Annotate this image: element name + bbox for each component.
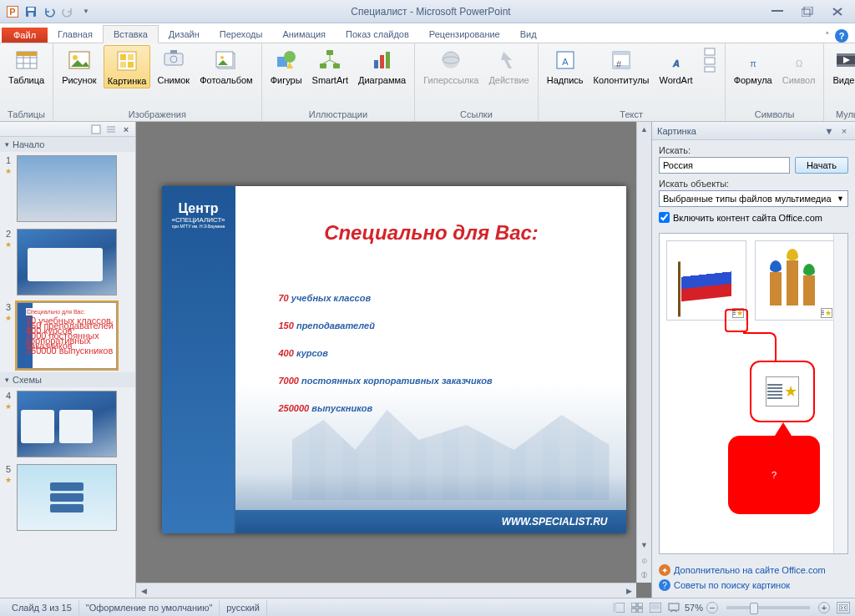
minimize-button[interactable] [768, 5, 787, 18]
section-header-2[interactable]: Схемы [0, 372, 135, 387]
include-office-checkbox[interactable] [659, 212, 670, 223]
zoom-in-button[interactable]: + [818, 602, 830, 613]
svg-rect-38 [613, 52, 630, 55]
svg-rect-63 [839, 604, 847, 611]
outline-tab-icon[interactable] [105, 124, 117, 135]
chart-button[interactable]: Диаграмма [355, 45, 409, 87]
slide-thumb-5[interactable]: 5★ [0, 461, 135, 534]
group-media: Мультимедиа [836, 109, 855, 121]
slide-thumb-2[interactable]: 2★ [0, 225, 135, 299]
status-language[interactable]: русский [220, 600, 266, 615]
tab-transitions[interactable]: Переходы [210, 26, 273, 43]
slide-canvas[interactable]: Центр «СПЕЦИАЛИСТ» при МГТУ им. Н.Э.Баум… [162, 186, 626, 533]
types-label: Искать объекты: [659, 179, 848, 189]
view-normal-icon[interactable] [611, 601, 626, 614]
svg-rect-31 [380, 55, 384, 68]
clipart-result-kremlin[interactable]: ★ [755, 240, 835, 321]
tab-animations[interactable]: Анимация [272, 26, 336, 43]
results-scrollbar[interactable] [833, 234, 847, 553]
svg-rect-61 [651, 604, 660, 609]
view-sorter-icon[interactable] [630, 601, 645, 614]
search-label: Искать: [659, 145, 848, 155]
anim-star-icon: ★ [5, 476, 12, 484]
svg-rect-4 [802, 9, 810, 17]
scroll-right-icon[interactable]: ▶ [621, 583, 636, 598]
smartart-button[interactable]: SmartArt [309, 45, 352, 87]
save-icon[interactable] [23, 4, 38, 19]
scroll-down-icon[interactable]: ▼ [637, 538, 651, 553]
screenshot-button[interactable]: Снимок [154, 45, 193, 87]
vertical-scrollbar[interactable]: ▲ ▼ ⦶ ⦷ [636, 122, 651, 583]
scroll-left-icon[interactable]: ◀ [136, 583, 151, 598]
section-header-1[interactable]: Начало [0, 137, 135, 152]
clipart-pane-title: Картинка [657, 126, 820, 136]
picture-button[interactable]: Рисунок [58, 45, 100, 87]
slide-thumb-3[interactable]: 3★ Специально для Вас: 70 учебных классо… [0, 299, 135, 372]
svg-text:#: # [616, 59, 622, 69]
slide-thumb-4[interactable]: 4★ [0, 387, 135, 461]
qat-more-icon[interactable]: ▼ [78, 4, 94, 19]
clipart-types-select[interactable]: Выбранные типы файлов мультимедиа ▼ [659, 190, 848, 207]
tab-file[interactable]: Файл [2, 28, 48, 43]
scroll-up-icon[interactable]: ▲ [637, 122, 651, 137]
symbol-button: ΩСимвол [779, 45, 819, 87]
pane-dropdown-icon[interactable]: ▼ [823, 125, 835, 137]
status-theme[interactable]: "Оформление по умолчанию" [79, 600, 220, 615]
tab-design[interactable]: Дизайн [159, 26, 210, 43]
svg-point-13 [73, 55, 78, 60]
anim-star-icon: ★ [5, 402, 12, 411]
tab-view[interactable]: Вид [510, 26, 547, 43]
svg-text:π: π [750, 58, 756, 68]
anim-star-icon: ★ [5, 240, 12, 249]
zoom-slider[interactable] [726, 606, 810, 609]
help-icon[interactable]: ? [835, 29, 848, 43]
slide-logo: Центр «СПЕЦИАЛИСТ» при МГТУ им. Н.Э.Баум… [167, 201, 230, 229]
ribbon-minimize-icon[interactable]: ˄ [825, 31, 830, 42]
fit-window-button[interactable] [837, 602, 850, 613]
horizontal-scrollbar[interactable]: ◀ ▶ [136, 583, 636, 598]
zoom-level[interactable]: 57% [685, 603, 703, 613]
clipart-button[interactable]: Картинка [104, 45, 151, 88]
tab-home[interactable]: Главная [48, 26, 103, 43]
search-tips-link[interactable]: ?Советы по поиску картинок [659, 578, 848, 593]
video-button[interactable]: Видео [829, 45, 855, 87]
slides-tab-icon[interactable] [90, 124, 102, 135]
undo-icon[interactable] [42, 4, 57, 19]
svg-rect-59 [638, 608, 643, 613]
prev-slide-icon[interactable]: ⦶ [637, 553, 651, 568]
group-text: Текст [620, 109, 643, 121]
text-more-button[interactable] [700, 45, 720, 77]
shapes-button[interactable]: Фигуры [267, 45, 306, 87]
svg-rect-58 [631, 608, 636, 613]
slide-thumb-1[interactable]: 1★ [0, 152, 135, 225]
tab-review[interactable]: Рецензирование [419, 26, 510, 43]
view-reading-icon[interactable] [648, 601, 663, 614]
svg-rect-15 [120, 54, 126, 60]
wordart-button[interactable]: AWordArt [656, 45, 696, 87]
zoom-out-button[interactable]: − [706, 602, 718, 613]
close-button[interactable] [828, 5, 847, 18]
svg-rect-30 [374, 60, 378, 68]
svg-rect-42 [705, 48, 715, 55]
clipart-search-input[interactable] [659, 157, 790, 174]
maximize-button[interactable] [798, 5, 817, 18]
tab-slideshow[interactable]: Показ слайдов [336, 26, 419, 43]
tab-insert[interactable]: Вставка [103, 25, 159, 43]
office-more-link[interactable]: ✦Дополнительно на сайте Office.com [659, 563, 848, 578]
svg-rect-16 [128, 54, 134, 60]
redo-icon[interactable] [60, 4, 75, 19]
svg-text:A: A [562, 57, 569, 67]
next-slide-icon[interactable]: ⦷ [637, 568, 651, 583]
clipart-search-button[interactable]: Начать [795, 157, 848, 174]
textbox-button[interactable]: AНадпись [544, 45, 587, 87]
headerfooter-button[interactable]: #Колонтитулы [590, 45, 653, 87]
pane-close-icon[interactable]: × [838, 125, 850, 137]
view-slideshow-icon[interactable] [666, 601, 681, 614]
equation-button[interactable]: πФормула [731, 45, 776, 87]
item-info-icon[interactable]: ★ [821, 308, 832, 318]
panel-close-icon[interactable]: × [120, 124, 132, 135]
group-tables: Таблицы [8, 109, 45, 121]
status-slide[interactable]: Слайд 3 из 15 [5, 600, 79, 615]
photoalbum-button[interactable]: Фотоальбом [196, 45, 256, 87]
table-button[interactable]: Таблица [5, 45, 48, 87]
